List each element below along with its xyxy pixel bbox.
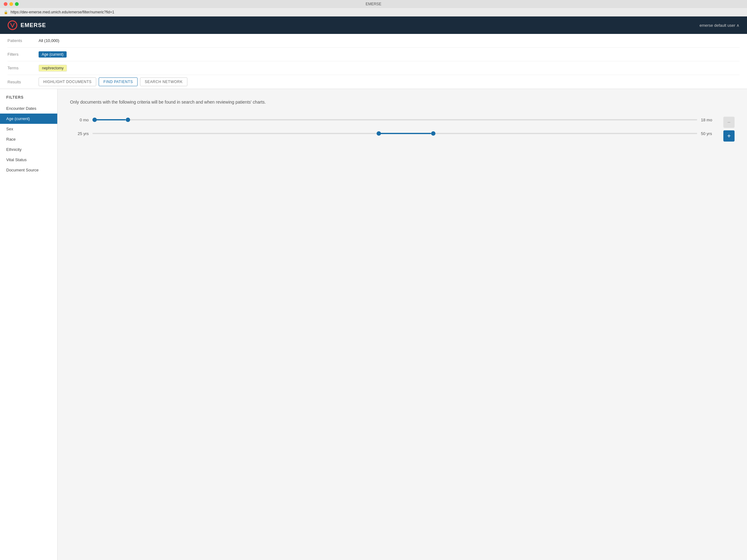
browser-chrome: EMERSE 🔒 https://dev-emerse.med.umich.ed… <box>0 0 747 17</box>
sliders-list: 0 mo 18 mo 25 yrs <box>70 117 720 144</box>
slider-1-right-label: 50 yrs <box>701 131 720 136</box>
filters-label: Filters <box>7 52 38 57</box>
sidebar-item-race[interactable]: Race <box>0 134 57 144</box>
sidebar-item-vital-status[interactable]: Vital Status <box>0 155 57 165</box>
slider-1-thumb-left[interactable] <box>377 131 381 136</box>
slider-1-track <box>93 133 697 134</box>
browser-title: EMERSE <box>366 2 382 6</box>
results-actions: HIGHLIGHT DOCUMENTS FIND PATIENTS SEARCH… <box>38 77 187 86</box>
slider-1-thumb-right[interactable] <box>431 131 435 136</box>
results-label: Results <box>7 80 38 84</box>
slider-0-track-wrapper[interactable] <box>93 117 697 123</box>
slider-0-fill <box>93 119 126 121</box>
browser-addressbar: 🔒 https://dev-emerse.med.umich.edu/emers… <box>0 8 747 16</box>
slider-row-1: 25 yrs 50 yrs <box>70 130 720 137</box>
slider-1-track-wrapper[interactable] <box>93 130 697 137</box>
user-menu[interactable]: emerse default user ∧ <box>699 23 740 28</box>
navbar-brand: EMERSE <box>7 20 46 30</box>
svg-point-0 <box>8 21 17 30</box>
main-content: FILTERS Encounter Dates Age (current) Se… <box>0 89 747 560</box>
brand-logo-icon <box>7 20 18 30</box>
patients-label: Patients <box>7 38 38 43</box>
slider-0-thumb-right[interactable] <box>126 117 130 122</box>
content-description: Only documents with the following criter… <box>70 99 735 105</box>
close-dot[interactable] <box>4 2 7 6</box>
patients-value: All (10,000) <box>38 38 59 43</box>
terms-row: Terms nephrectomy <box>7 61 740 75</box>
sidebar-item-sex[interactable]: Sex <box>0 124 57 134</box>
slider-0-thumb-left[interactable] <box>93 117 97 122</box>
patients-row: Patients All (10,000) <box>7 34 740 48</box>
sidebar-item-age-current[interactable]: Age (current) <box>0 113 57 124</box>
slider-0-track <box>93 119 697 121</box>
slider-0-left-label: 0 mo <box>70 117 89 122</box>
navbar: EMERSE emerse default user ∧ <box>0 17 747 34</box>
find-patients-button[interactable]: FIND PATIENTS <box>99 77 137 86</box>
slider-buttons: − + <box>723 117 735 141</box>
sidebar: FILTERS Encounter Dates Age (current) Se… <box>0 89 58 560</box>
maximize-dot[interactable] <box>15 2 19 6</box>
sliders-area: 0 mo 18 mo 25 yrs <box>70 117 735 144</box>
browser-dots <box>4 2 19 6</box>
remove-slider-button[interactable]: − <box>723 117 735 128</box>
sidebar-item-document-source[interactable]: Document Source <box>0 165 57 175</box>
highlight-documents-button[interactable]: HIGHLIGHT DOCUMENTS <box>38 77 96 86</box>
minimize-dot[interactable] <box>9 2 13 6</box>
sidebar-item-ethnicity[interactable]: Ethnicity <box>0 144 57 155</box>
address-bar-text[interactable]: https://dev-emerse.med.umich.edu/emerse/… <box>10 10 114 14</box>
add-slider-button[interactable]: + <box>723 130 735 141</box>
filters-active-tag[interactable]: Age (current) <box>38 51 67 58</box>
term-tag[interactable]: nephrectomy <box>38 65 67 72</box>
slider-1-fill <box>377 133 431 134</box>
topbar: Patients All (10,000) Filters Age (curre… <box>0 34 747 89</box>
sidebar-item-encounter-dates[interactable]: Encounter Dates <box>0 103 57 113</box>
results-row: Results HIGHLIGHT DOCUMENTS FIND PATIENT… <box>7 75 740 89</box>
brand-name: EMERSE <box>21 22 46 29</box>
filters-row: Filters Age (current) <box>7 48 740 61</box>
terms-label: Terms <box>7 65 38 70</box>
lock-icon: 🔒 <box>4 10 8 14</box>
slider-row-0: 0 mo 18 mo <box>70 117 720 123</box>
sidebar-title: FILTERS <box>0 95 57 103</box>
slider-0-right-label: 18 mo <box>701 117 720 122</box>
browser-titlebar: EMERSE <box>0 0 747 8</box>
content-area: Only documents with the following criter… <box>58 89 747 560</box>
search-network-button[interactable]: SEARCH NETWORK <box>140 77 187 86</box>
slider-1-left-label: 25 yrs <box>70 131 89 136</box>
